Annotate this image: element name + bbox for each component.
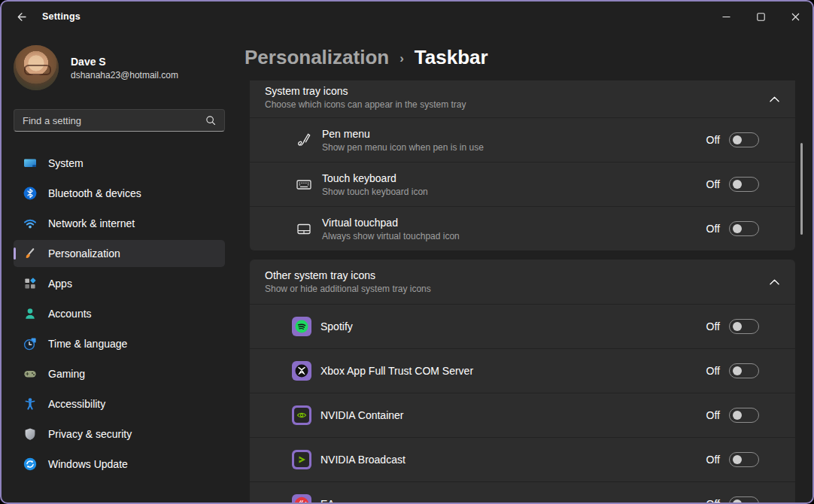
- search-icon[interactable]: [205, 114, 217, 126]
- back-arrow-icon: [15, 11, 28, 23]
- setting-row-ea: EA Off: [250, 481, 795, 502]
- settings-content: System tray icons Choose which icons can…: [250, 80, 795, 502]
- touch-keyboard-icon: [295, 175, 313, 193]
- setting-title: Spotify: [320, 320, 353, 332]
- sidebar-item-time-language[interactable]: Time & language: [14, 330, 225, 357]
- spotify-toggle[interactable]: [729, 319, 759, 334]
- sidebar-item-label: Personalization: [48, 247, 120, 260]
- collapse-button[interactable]: [765, 273, 783, 291]
- toggle-state-label: Off: [706, 454, 720, 466]
- setting-title: Touch keyboard: [322, 172, 428, 184]
- sidebar-nav: System Bluetooth & devices Network & int…: [14, 150, 225, 481]
- setting-row-virtual-touchpad: Virtual touchpad Always show virtual tou…: [250, 206, 795, 250]
- setting-title: NVIDIA Broadcast: [320, 454, 405, 466]
- setting-row-pen-menu: Pen menu Show pen menu icon when pen is …: [250, 117, 795, 162]
- search-box[interactable]: [14, 109, 225, 132]
- minimize-icon: [722, 13, 730, 21]
- xbox-icon: [292, 361, 311, 381]
- window-controls: [709, 2, 812, 32]
- close-icon: [791, 13, 800, 21]
- toggle-state-label: Off: [706, 134, 720, 146]
- sidebar-item-label: Privacy & security: [48, 428, 132, 440]
- touch-keyboard-toggle[interactable]: [729, 177, 759, 192]
- close-button[interactable]: [778, 2, 812, 32]
- maximize-icon: [757, 13, 765, 21]
- toggle-knob: [733, 499, 742, 502]
- pen-menu-toggle[interactable]: [729, 132, 759, 147]
- chevron-up-icon: [770, 279, 779, 285]
- toggle-knob: [733, 135, 742, 144]
- sidebar-item-personalization[interactable]: Personalization: [14, 240, 225, 267]
- virtual-touchpad-toggle[interactable]: [729, 221, 759, 236]
- setting-title: Virtual touchpad: [322, 217, 460, 229]
- setting-row-spotify: Spotify Off: [250, 304, 795, 348]
- setting-title: NVIDIA Container: [320, 409, 404, 421]
- sidebar: Dave S dshanaha23@hotmail.com System: [2, 32, 235, 502]
- sidebar-item-label: Apps: [48, 278, 72, 290]
- maximize-button[interactable]: [743, 2, 778, 32]
- bluetooth-icon: [23, 186, 38, 201]
- personalization-icon: [23, 246, 38, 261]
- system-tray-icons-header[interactable]: System tray icons Choose which icons can…: [250, 80, 795, 117]
- virtual-touchpad-icon: [295, 220, 313, 238]
- toggle-state-label: Off: [706, 365, 720, 377]
- window-title: Settings: [42, 11, 80, 22]
- toggle-knob: [733, 455, 742, 464]
- ea-icon: [292, 494, 311, 502]
- back-button[interactable]: [9, 5, 33, 29]
- section-title: Other system tray icons: [265, 269, 780, 281]
- collapse-button[interactable]: [765, 90, 783, 108]
- sidebar-item-accessibility[interactable]: Accessibility: [14, 390, 225, 417]
- page-title: Taskbar: [415, 46, 488, 69]
- accounts-icon: [23, 306, 38, 321]
- minimize-button[interactable]: [709, 2, 743, 32]
- sidebar-item-label: Bluetooth & devices: [48, 187, 141, 199]
- setting-subtitle: Always show virtual touchpad icon: [322, 231, 460, 241]
- other-system-tray-icons-header[interactable]: Other system tray icons Show or hide add…: [250, 260, 795, 304]
- nvidia-container-toggle[interactable]: [729, 408, 759, 423]
- nvidia-broadcast-toggle[interactable]: [729, 452, 759, 467]
- setting-row-nvidia-container: NVIDIA Container Off: [250, 393, 795, 437]
- toggle-state-label: Off: [706, 498, 720, 502]
- vertical-scrollbar[interactable]: [800, 143, 803, 235]
- other-system-tray-icons-card: Other system tray icons Show or hide add…: [250, 260, 795, 502]
- nvidia-container-icon: [292, 405, 311, 425]
- titlebar: Settings: [2, 2, 812, 32]
- gaming-icon: [23, 366, 38, 381]
- sidebar-item-system[interactable]: System: [14, 150, 225, 177]
- sidebar-item-label: Accessibility: [48, 398, 105, 410]
- profile-name: Dave S: [71, 56, 178, 68]
- sidebar-item-bluetooth-devices[interactable]: Bluetooth & devices: [14, 180, 225, 207]
- toggle-knob: [733, 411, 742, 420]
- sidebar-item-label: Windows Update: [48, 458, 128, 470]
- setting-row-xbox: Xbox App Full Trust COM Server Off: [250, 348, 795, 393]
- sidebar-item-accounts[interactable]: Accounts: [14, 300, 225, 327]
- sidebar-item-label: System: [48, 157, 84, 169]
- sidebar-item-label: Gaming: [48, 368, 85, 380]
- profile-card[interactable]: Dave S dshanaha23@hotmail.com: [14, 45, 178, 90]
- toggle-knob: [733, 322, 742, 331]
- setting-title: EA: [320, 498, 335, 502]
- toggle-state-label: Off: [706, 320, 720, 332]
- sidebar-item-label: Network & internet: [48, 217, 135, 229]
- network-icon: [23, 216, 38, 231]
- sidebar-item-privacy-security[interactable]: Privacy & security: [14, 421, 225, 448]
- breadcrumb-parent[interactable]: Personalization: [245, 46, 389, 69]
- sidebar-item-label: Time & language: [48, 338, 127, 350]
- privacy-security-icon: [23, 427, 38, 442]
- setting-subtitle: Show touch keyboard icon: [322, 187, 428, 197]
- toggle-state-label: Off: [706, 409, 720, 421]
- sidebar-item-apps[interactable]: Apps: [14, 270, 225, 297]
- sidebar-item-gaming[interactable]: Gaming: [14, 360, 225, 387]
- sidebar-item-network-internet[interactable]: Network & internet: [14, 210, 225, 237]
- setting-title: Pen menu: [322, 128, 484, 140]
- apps-icon: [23, 276, 38, 291]
- avatar: [14, 45, 59, 90]
- setting-title: Xbox App Full Trust COM Server: [320, 365, 473, 377]
- system-icon: [23, 156, 38, 171]
- ea-toggle[interactable]: [729, 496, 759, 502]
- xbox-toggle[interactable]: [729, 363, 759, 378]
- sidebar-item-windows-update[interactable]: Windows Update: [14, 451, 225, 478]
- breadcrumb-separator-icon: ›: [399, 51, 404, 66]
- search-input[interactable]: [14, 115, 205, 126]
